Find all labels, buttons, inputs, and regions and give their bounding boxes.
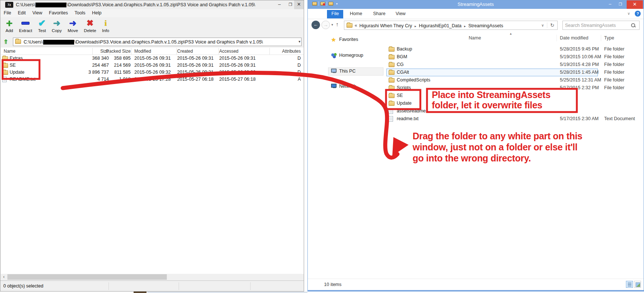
column-divider[interactable] (557, 35, 557, 41)
explorer-maximize-button[interactable]: ❐ (616, 0, 625, 9)
sort-ascending-icon: ▲ (509, 32, 512, 35)
sevenzip-close-button[interactable]: ✕ (294, 0, 304, 9)
search-input[interactable] (565, 21, 628, 29)
table-row-extras[interactable]: Extras368 340358 6952015-05-26 09:312015… (1, 55, 304, 62)
column-header-created[interactable]: Created (177, 49, 218, 54)
cell-type: Text Document (604, 116, 644, 121)
help-icon[interactable]: ? (635, 11, 641, 17)
sevenzip-address-combobox[interactable]: C:\Users\\Downloads\PS3.Voice.and.Graphi… (13, 38, 302, 46)
breadcrumb-segment[interactable]: HigurashiEp01_Data (417, 23, 463, 28)
list-item-bgm[interactable]: BGM5/19/2015 10:06 AMFile folder (384, 53, 644, 61)
statusbar-divider (179, 282, 179, 290)
column-divider[interactable] (110, 48, 110, 55)
sidebar-item-homegroup[interactable]: Homegroup (308, 52, 384, 60)
refresh-icon[interactable]: ↻ (547, 22, 557, 28)
cell-modified: 2015-05-26 09:32 (134, 70, 176, 75)
delete-button[interactable]: ✖Delete (82, 17, 98, 34)
tab-share[interactable]: Share (369, 10, 390, 18)
column-divider[interactable] (131, 48, 131, 55)
sevenzip-maximize-button[interactable]: ❐ (286, 0, 295, 9)
column-divider[interactable] (269, 48, 270, 55)
list-item-compiledscripts[interactable]: CompiledScripts5/25/2015 12:31 AMFile fo… (384, 76, 644, 84)
menu-item-edit[interactable]: Edit (14, 9, 29, 17)
tab-home[interactable]: Home (345, 10, 366, 18)
explorer-minimize-button[interactable]: – (605, 0, 615, 9)
column-header-packed-size[interactable]: Packed Size (97, 49, 131, 54)
explorer-close-button[interactable]: ✕ (627, 0, 643, 9)
extract-button[interactable]: Extract (17, 17, 34, 34)
cell-type: File folder (604, 62, 644, 67)
menu-item-file[interactable]: File (0, 9, 14, 17)
menu-item-tools[interactable]: Tools (71, 9, 89, 17)
table-row-update[interactable]: Update3 896 737811 5852015-05-26 09:3220… (1, 69, 304, 76)
tab-file[interactable]: File (327, 10, 343, 18)
breadcrumb-chevron-icon[interactable]: ▸ (414, 24, 418, 28)
list-item-update[interactable]: Update (384, 100, 644, 107)
column-header-accessed[interactable]: Accessed (219, 49, 267, 54)
tab-view[interactable]: View (391, 10, 410, 18)
column-header-name[interactable]: Name (4, 49, 78, 54)
folder-icon (2, 70, 8, 75)
menu-item-favorites[interactable]: Favorites (46, 9, 71, 17)
scroll-left-arrow-icon[interactable]: ‹ (1, 274, 7, 280)
sidebar-item-favorites[interactable]: ★Favorites (308, 36, 384, 44)
explorer-window: ▾ StreamingAssets – ❐ ✕ ∨ ? FileHomeShar… (307, 0, 644, 292)
list-item-readmetxt[interactable]: readme.txt5/17/2015 2:30 AMText Document… (384, 115, 644, 123)
column-divider[interactable] (92, 48, 93, 55)
list-item-scripts[interactable]: Scripts5/17/2015 2:32 PMFile folder (384, 84, 644, 92)
move-button[interactable]: ➜Move (65, 17, 80, 34)
info-button[interactable]: iInfo (100, 17, 111, 34)
sidebar-item-network[interactable]: Network (308, 83, 384, 91)
recent-locations-chevron-icon[interactable]: ▾ (331, 23, 333, 27)
breadcrumb-segment[interactable]: Higurashi When They Cry (358, 23, 414, 28)
column-divider[interactable] (176, 48, 177, 55)
cell-date-modified: 5/19/2015 10:06 AM (560, 54, 602, 59)
breadcrumb-overflow-chevrons[interactable]: « (352, 23, 358, 28)
sevenzip-minimize-button[interactable]: – (275, 0, 284, 9)
cell-accessed: 2015-05-27 06:18 (219, 77, 267, 82)
list-item-cg[interactable]: CG5/19/2015 4:28 PMFile folder (384, 61, 644, 69)
details-view-button[interactable] (626, 281, 633, 288)
test-button[interactable]: ✔Test (36, 17, 48, 34)
address-bar[interactable]: « Higurashi When They Cry▸HigurashiEp01_… (344, 21, 558, 30)
column-header-date-modified[interactable]: Date modified (560, 35, 600, 41)
ribbon-collapse-chevron-icon[interactable]: ∨ (627, 11, 630, 15)
folder-icon (2, 63, 8, 68)
table-row-readmetxt[interactable]: README.txt4 7141 9182015-05-23 17:282015… (1, 76, 304, 83)
search-icon[interactable] (631, 23, 636, 28)
thumbnails-view-button[interactable] (634, 281, 641, 288)
table-row-se[interactable]: SE254 467214 5692015-05-26 09:312015-05-… (1, 62, 304, 69)
search-box[interactable] (562, 21, 640, 30)
scrollbar-thumb[interactable] (7, 274, 167, 280)
column-divider[interactable] (218, 48, 219, 55)
cell-type: File folder (604, 54, 644, 59)
cell-date-modified: 5/28/2015 9:45 PM (560, 46, 602, 52)
chevron-down-icon[interactable]: ▾ (299, 39, 300, 43)
horizontal-scrollbar[interactable]: ‹ (1, 274, 304, 280)
list-item-assetsreadmetxt[interactable]: assetsreadme.txt1 KB (384, 107, 644, 115)
column-header-type[interactable]: Type (604, 35, 626, 41)
column-header-name[interactable]: Name (469, 35, 509, 41)
sevenzip-column-headers: NameSizePacked SizeModifiedCreatedAccess… (1, 48, 304, 55)
list-item-backup[interactable]: Backup5/28/2015 9:45 PMFile folder (384, 45, 644, 53)
add-button[interactable]: +Add (3, 17, 15, 34)
forward-button[interactable]: → (321, 21, 330, 29)
up-button[interactable]: ↑ (336, 21, 339, 27)
sevenzip-titlebar: 7z C:\Users\\Downloads\PS3.Voice.and.Gra… (0, 0, 304, 9)
cell-name: readme.txt (397, 116, 467, 121)
cell-created: 2015-05-26 09:31 (177, 56, 218, 61)
menu-item-view[interactable]: View (29, 9, 46, 17)
star-icon: ★ (331, 37, 337, 42)
menu-item-help[interactable]: Help (89, 9, 105, 17)
column-header-modified[interactable]: Modified (134, 49, 176, 54)
breadcrumb-chevron-icon[interactable]: ▸ (463, 24, 467, 28)
root-folder-icon[interactable]: ⇑ (3, 38, 8, 45)
list-item-se[interactable]: SE (384, 92, 644, 100)
breadcrumb-segment[interactable]: StreamingAssets (467, 23, 504, 28)
column-divider[interactable] (601, 35, 601, 41)
list-item-cgalt[interactable]: CGAlt5/28/2015 1:45 AMFile folder (384, 69, 644, 76)
address-dropdown-chevron-icon[interactable]: ∨ (538, 23, 547, 27)
copy-button[interactable]: ➜Copy (49, 17, 64, 34)
sidebar-item-this-pc[interactable]: This PC (308, 67, 384, 76)
back-button[interactable]: ← (311, 21, 320, 29)
